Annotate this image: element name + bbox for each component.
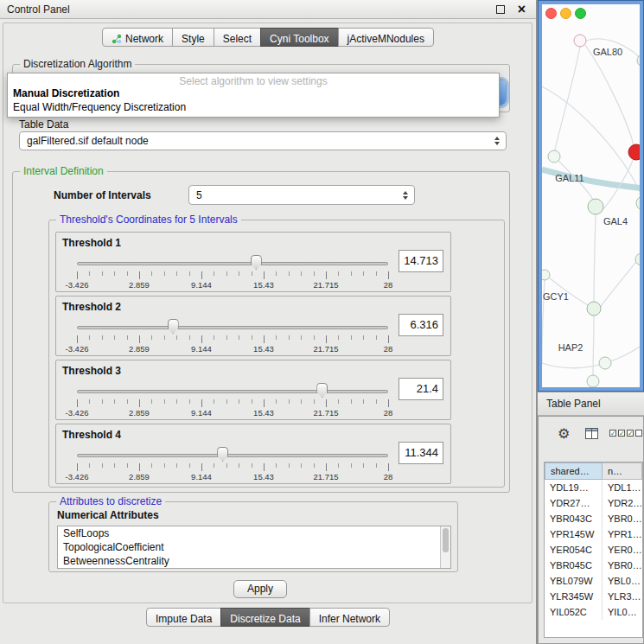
threshold-2-value-field[interactable]: 6.316 (399, 314, 443, 336)
tab-select[interactable]: Select (214, 28, 261, 47)
table-cell[interactable]: YER0… (603, 542, 642, 558)
tab-impute-data[interactable]: Impute Data (146, 608, 221, 627)
tab-jactivemnodules[interactable]: jActiveMNodules (338, 28, 434, 47)
slider-tick (351, 399, 352, 404)
table-row[interactable]: YIL052CYIL0… (545, 604, 642, 620)
threshold-3-slider[interactable] (77, 383, 388, 399)
network-node[interactable] (599, 357, 611, 369)
table-data-combobox[interactable]: galFiltered.sif default node (19, 131, 507, 150)
table-row[interactable]: YDR27…YDR2… (545, 495, 642, 511)
tab-discretize-data[interactable]: Discretize Data (220, 608, 309, 627)
slider-scale-label: 15.43 (253, 472, 274, 481)
slider-handle[interactable] (168, 319, 179, 334)
table-cell[interactable]: YBR0… (603, 558, 642, 573)
table-row[interactable]: YBR045CYBR0… (545, 558, 642, 573)
float-window-icon[interactable] (496, 5, 505, 14)
select-all-rows-icon[interactable]: ✓✓ (609, 430, 625, 437)
table-cell[interactable]: YPR145W (545, 526, 603, 542)
numerical-attributes-list[interactable]: SelfLoopsTopologicalCoefficientBetweenne… (57, 526, 451, 569)
slider-tick (201, 463, 202, 471)
tab-network[interactable]: Network (102, 28, 173, 47)
slider-track[interactable] (77, 454, 388, 457)
number-of-intervals-combobox[interactable]: 5 (188, 185, 415, 205)
table-cell[interactable]: YIL0… (603, 604, 642, 620)
settings-gear-icon[interactable]: ⚙ (558, 425, 570, 443)
table-cell[interactable]: YDR2… (603, 495, 642, 511)
network-node[interactable] (628, 144, 640, 160)
network-canvas-area[interactable]: GAL80GAL11GAL4GCY1HAP2 (542, 4, 640, 387)
table-row[interactable]: YBL079WYBL0… (545, 573, 642, 589)
slider-tick (376, 271, 377, 276)
control-panel-titlebar: Control Panel × (0, 0, 536, 19)
slider-track[interactable] (77, 390, 388, 393)
apply-button[interactable]: Apply (233, 580, 287, 598)
threshold-3-value-field[interactable]: 21.4 (399, 378, 443, 400)
slider-handle[interactable] (316, 383, 328, 398)
threshold-1-value-field[interactable]: 14.713 (399, 250, 443, 272)
table-cell[interactable]: YBR045C (545, 558, 603, 573)
updown-arrows-icon (494, 137, 500, 145)
table-row[interactable]: YER054CYER0… (545, 542, 642, 558)
slider-handle[interactable] (217, 447, 228, 462)
algorithm-option-manual[interactable]: Manual Discretization (8, 86, 499, 100)
network-node[interactable] (542, 270, 550, 280)
slider-handle[interactable] (251, 255, 262, 270)
close-icon[interactable]: × (518, 1, 526, 18)
list-scrollbar[interactable] (440, 526, 450, 568)
table-cell[interactable]: YER054C (545, 542, 603, 558)
close-traffic-light-icon[interactable] (545, 8, 557, 19)
attribute-list-item[interactable]: SelfLoops (58, 526, 450, 540)
table-cell[interactable]: YBR0… (603, 511, 642, 526)
table-cell[interactable]: YDR27… (545, 495, 603, 511)
network-node[interactable] (637, 54, 640, 67)
slider-tick (326, 399, 327, 407)
columns-icon[interactable] (585, 428, 598, 439)
table-cell[interactable]: YLR3… (603, 589, 642, 604)
tab-infer-network[interactable]: Infer Network (309, 608, 390, 627)
table-row[interactable]: YLR345WYLR3… (545, 589, 642, 604)
zoom-traffic-light-icon[interactable] (575, 8, 586, 19)
threshold-4-value-field[interactable]: 11.344 (399, 442, 443, 464)
attribute-list-item[interactable]: TopologicalCoefficient (58, 540, 450, 554)
network-canvas[interactable]: GAL80GAL11GAL4GCY1HAP2 (542, 4, 640, 387)
slider-track[interactable] (77, 262, 388, 265)
threshold-1-slider[interactable] (77, 255, 388, 271)
column-header-name[interactable]: n… (603, 462, 642, 480)
network-node[interactable] (588, 199, 603, 214)
table-cell[interactable]: YBL0… (603, 573, 642, 589)
table-row[interactable]: YBR043CYBR0… (545, 511, 642, 526)
tab-cyni-toolbox[interactable]: Cyni Toolbox (260, 28, 338, 47)
network-node[interactable] (635, 253, 640, 265)
network-node[interactable] (574, 35, 586, 47)
network-node[interactable] (548, 150, 560, 163)
column-header-shared-name[interactable]: shared… (545, 462, 603, 480)
table-cell[interactable]: YPR1… (603, 526, 642, 542)
algorithm-option-equal-width[interactable]: Equal Width/Frequency Discretization (8, 100, 499, 114)
threshold-label: Threshold 2 (62, 301, 121, 313)
table-row[interactable]: YPR145WYPR1… (545, 526, 642, 542)
table-cell[interactable]: YBL079W (545, 573, 603, 589)
minimize-traffic-light-icon[interactable] (560, 8, 571, 19)
tab-label: Select (223, 33, 252, 45)
scrollbar-thumb[interactable] (443, 528, 449, 552)
app-root: Control Panel × Network Style Select Cyn… (0, 0, 644, 644)
slider-tick (351, 335, 352, 340)
table-cell[interactable]: YLR345W (545, 589, 603, 604)
table-row[interactable]: YDL19…YDL1… (545, 480, 642, 495)
deselect-rows-icon[interactable]: ✓ (627, 430, 642, 437)
table-cell[interactable]: YDL1… (603, 480, 642, 495)
attribute-list-item[interactable]: BetweennessCentrality (58, 554, 450, 568)
network-node[interactable] (636, 196, 640, 210)
threshold-4-slider[interactable] (77, 447, 388, 462)
slider-tick (276, 399, 277, 404)
network-node[interactable] (587, 375, 599, 387)
table-cell[interactable]: YDL19… (545, 480, 603, 495)
algorithm-group-title: Discretization Algorithm (20, 58, 135, 71)
network-node[interactable] (587, 302, 601, 316)
tab-style[interactable]: Style (172, 28, 214, 47)
table-cell[interactable]: YBR043C (545, 511, 603, 526)
slider-track[interactable] (77, 326, 388, 329)
network-view-window[interactable]: GAL80GAL11GAL4GCY1HAP2 (538, 0, 644, 392)
table-cell[interactable]: YIL052C (545, 604, 603, 620)
threshold-2-slider[interactable] (77, 319, 388, 335)
